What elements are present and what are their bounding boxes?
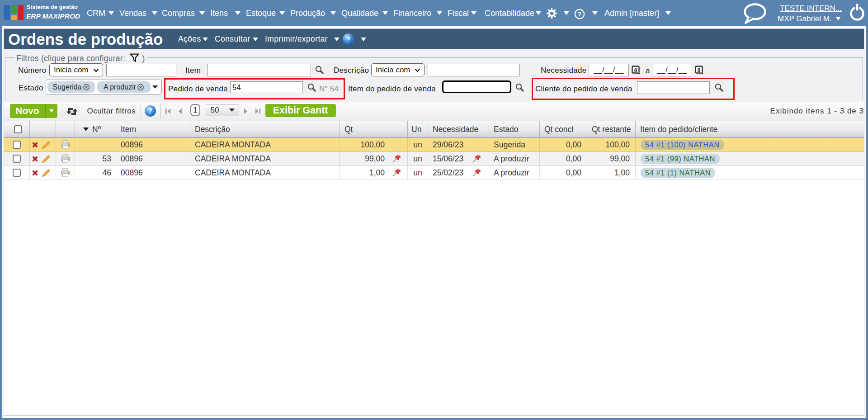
- svg-text:?: ?: [578, 10, 582, 18]
- svg-text:8: 8: [634, 67, 637, 73]
- svg-text:8: 8: [698, 67, 701, 73]
